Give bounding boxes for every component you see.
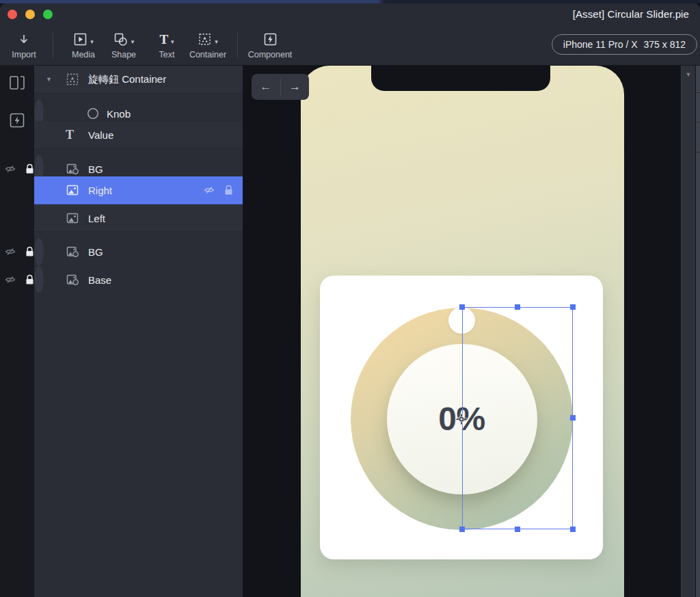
layer-row-right-selected[interactable]: Right <box>34 176 243 204</box>
container-label: Container <box>179 50 237 59</box>
history-nav: ← → <box>252 74 309 100</box>
image-mask-layer-icon <box>66 245 81 258</box>
shape-button[interactable]: ▾ Shape <box>103 30 145 59</box>
image-layer-icon <box>66 183 79 197</box>
component-label: Component <box>241 50 299 59</box>
container-layer-icon <box>66 72 79 86</box>
forward-button[interactable]: → <box>280 80 309 94</box>
layer-row-container[interactable]: ▼ 旋轉鈕 Container <box>34 66 243 94</box>
slider-card: 0% <box>320 276 603 559</box>
oval-layer-icon <box>86 107 100 120</box>
titlebar: [Asset] Circular Slider.pie <box>0 3 700 25</box>
lock-icon[interactable] <box>25 246 34 257</box>
import-icon <box>5 30 42 49</box>
device-notch <box>371 66 550 91</box>
visibility-hidden-icon[interactable] <box>4 247 16 256</box>
selection-handle-top-center[interactable] <box>515 304 520 310</box>
selection-handle-top-right[interactable] <box>570 304 576 310</box>
visibility-hidden-icon[interactable] <box>203 185 215 195</box>
shape-label: Shape <box>103 50 145 59</box>
caret-down-icon: ▾ <box>215 38 218 45</box>
image-layer-icon <box>66 211 79 225</box>
layers-panel-toggle-button[interactable] <box>9 75 25 91</box>
container-icon <box>198 32 212 47</box>
anchor-cursor-icon <box>455 413 468 425</box>
left-rail <box>0 66 34 597</box>
zoom-button[interactable] <box>43 10 53 19</box>
caret-down-icon: ▾ <box>131 38 135 45</box>
back-button[interactable]: ← <box>252 80 280 94</box>
lock-icon[interactable] <box>25 274 34 285</box>
layer-name: Knob <box>107 107 131 119</box>
trigger-lightning-icon <box>9 112 25 129</box>
layer-name: Right <box>88 185 112 196</box>
layer-row-base[interactable]: Base <box>34 266 44 294</box>
trigger-panel-button[interactable] <box>9 112 25 129</box>
panel-toggle-icon <box>9 75 25 90</box>
selection-box[interactable] <box>462 307 573 529</box>
device-size: 375 x 812 <box>644 39 686 50</box>
container-button[interactable]: ▾ Container <box>179 30 237 59</box>
toolbar-divider <box>237 33 238 58</box>
import-label: Import <box>5 50 42 59</box>
toolbar-divider <box>53 33 53 58</box>
layer-name: Value <box>88 129 113 141</box>
selection-handle-bottom-right[interactable] <box>570 527 576 532</box>
visibility-hidden-icon[interactable] <box>4 275 16 284</box>
layer-name: BG <box>88 163 103 174</box>
media-icon <box>73 32 88 47</box>
layer-row-left[interactable]: Left <box>34 204 243 233</box>
main-area: ▼ 旋轉鈕 Container Knob <box>0 66 700 597</box>
text-layer-icon: T <box>66 128 74 142</box>
layer-name: Base <box>88 274 111 285</box>
layer-row-value[interactable]: T Value <box>34 121 243 149</box>
caret-down-icon: ▾ <box>90 38 94 45</box>
selection-handle-top-left[interactable] <box>459 304 465 310</box>
layer-row-bg-bottom[interactable]: BG <box>34 238 44 266</box>
visibility-hidden-icon[interactable] <box>4 164 16 174</box>
scroll-up-arrow-icon[interactable]: ▼ <box>682 71 695 78</box>
layers-panel: ▼ 旋轉鈕 Container Knob <box>34 66 243 597</box>
close-button[interactable] <box>8 10 17 19</box>
selection-handle-bottom-center[interactable] <box>515 527 520 532</box>
selection-handle-bottom-left[interactable] <box>459 527 465 532</box>
media-button[interactable]: ▾ Media <box>60 30 107 59</box>
right-panel-edge <box>696 66 700 597</box>
disclosure-down-icon[interactable]: ▼ <box>46 76 52 83</box>
image-mask-layer-icon <box>66 162 81 176</box>
component-icon <box>241 30 299 49</box>
app-window: [Asset] Circular Slider.pie Import ▾ <box>0 3 700 597</box>
text-tool-icon: T <box>159 33 168 47</box>
import-button[interactable]: Import <box>5 30 42 59</box>
component-button[interactable]: Component <box>241 30 299 59</box>
device-preview: 0% <box>301 66 624 597</box>
device-name: iPhone 11 Pro / X <box>563 39 638 50</box>
image-mask-layer-icon <box>66 273 81 287</box>
layer-name: BG <box>88 246 103 258</box>
minimize-button[interactable] <box>25 10 35 19</box>
shape-icon <box>113 32 129 47</box>
caret-down-icon: ▾ <box>171 38 174 45</box>
canvas[interactable]: 0% <box>243 66 700 597</box>
canvas-scrollbar[interactable]: ▼ <box>681 66 695 597</box>
document-title: [Asset] Circular Slider.pie <box>573 8 689 20</box>
lock-icon[interactable] <box>224 185 233 196</box>
layer-name: 旋轉鈕 Container <box>88 73 166 86</box>
lock-icon[interactable] <box>25 163 34 174</box>
layer-name: Left <box>88 212 105 224</box>
toolbar: Import ▾ Media <box>0 25 700 66</box>
device-selector[interactable]: iPhone 11 Pro / X 375 x 812 <box>552 34 697 55</box>
media-label: Media <box>60 50 107 59</box>
selection-handle-middle-right[interactable] <box>570 415 576 421</box>
